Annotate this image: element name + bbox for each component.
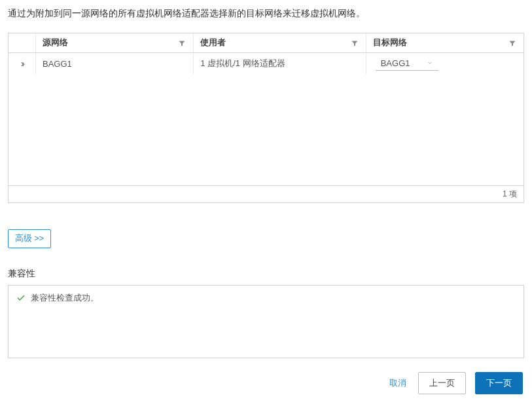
header-used-by[interactable]: 使用者 bbox=[194, 33, 366, 52]
filter-icon[interactable] bbox=[177, 39, 186, 48]
grid-item-count: 1 项 bbox=[503, 189, 517, 200]
instruction-text: 通过为附加到同一源网络的所有虚拟机网络适配器选择新的目标网络来迁移虚拟机网络。 bbox=[8, 0, 524, 33]
header-source-label: 源网络 bbox=[43, 37, 177, 48]
header-expand bbox=[9, 33, 36, 52]
network-mapping-grid: 源网络 使用者 目标网络 ›› BAGG1 1 虚拟机/1 网络适配器 bbox=[8, 33, 524, 203]
grid-header-row: 源网络 使用者 目标网络 bbox=[9, 33, 523, 53]
advanced-button-label: 高级 >> bbox=[15, 233, 44, 244]
advanced-button[interactable]: 高级 >> bbox=[8, 229, 51, 248]
check-icon bbox=[16, 293, 26, 303]
next-button[interactable]: 下一页 bbox=[475, 372, 523, 394]
grid-footer: 1 项 bbox=[9, 185, 523, 202]
compatibility-panel: 兼容性检查成功。 bbox=[8, 285, 524, 358]
header-used-label: 使用者 bbox=[200, 37, 349, 48]
cell-used-by: 1 虚拟机/1 网络适配器 bbox=[194, 53, 366, 74]
filter-icon[interactable] bbox=[508, 39, 517, 48]
cancel-button[interactable]: 取消 bbox=[387, 377, 409, 389]
grid-body: ›› BAGG1 1 虚拟机/1 网络适配器 BAGG1 bbox=[9, 53, 523, 185]
expand-toggle[interactable]: ›› bbox=[9, 53, 36, 74]
chevron-down-icon bbox=[427, 58, 433, 68]
filter-icon[interactable] bbox=[350, 39, 359, 48]
chevron-right-double-icon: ›› bbox=[21, 58, 23, 69]
wizard-footer: 取消 上一页 下一页 bbox=[387, 372, 523, 394]
back-button[interactable]: 上一页 bbox=[418, 372, 466, 394]
table-row[interactable]: ›› BAGG1 1 虚拟机/1 网络适配器 BAGG1 bbox=[9, 53, 523, 74]
header-target-label: 目标网络 bbox=[373, 37, 508, 48]
header-target-network[interactable]: 目标网络 bbox=[366, 33, 523, 52]
compatibility-result: 兼容性检查成功。 bbox=[16, 292, 516, 304]
cell-target-network: BAGG1 bbox=[366, 53, 523, 74]
target-network-select[interactable]: BAGG1 bbox=[376, 57, 438, 71]
header-source-network[interactable]: 源网络 bbox=[36, 33, 194, 52]
cell-source-network: BAGG1 bbox=[36, 53, 194, 74]
compatibility-message: 兼容性检查成功。 bbox=[31, 292, 99, 304]
compatibility-heading: 兼容性 bbox=[8, 268, 524, 285]
target-network-value: BAGG1 bbox=[381, 58, 410, 68]
